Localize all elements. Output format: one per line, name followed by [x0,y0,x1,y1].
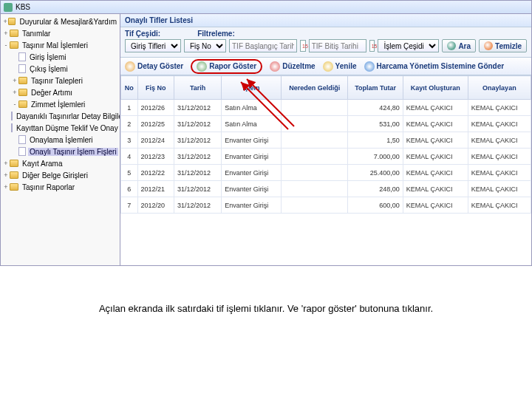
tree-node[interactable]: Onaylı Taşınır İşlem Fişleri [2,146,118,157]
tree-label: Onaylı Taşınır İşlem Fişleri [28,148,118,156]
tree-twisty-icon[interactable]: + [2,160,10,167]
page-icon [11,123,13,132]
tree-node[interactable]: Giriş İşlemi [2,51,118,63]
tree-node[interactable]: Çıkış İşlemi [2,63,118,75]
folder-icon [10,183,18,191]
table-body: 12012/2631/12/2012Satın Alma424,80KEMAL … [121,100,531,214]
folder-icon [10,171,18,179]
col-header[interactable]: No [121,76,138,100]
folder-icon [18,100,27,108]
search-button[interactable]: Ara [442,39,476,52]
select-tif-cesidi[interactable]: Giriş Tifleri [125,39,181,52]
folder-icon [18,89,27,96]
page-icon [18,64,26,73]
caption-text: Açılan ekranda ilk satırdaki tif işlemi … [0,303,532,314]
col-header[interactable]: Nereden Geldiği [282,76,348,100]
col-header[interactable]: Kayıt Oluşturan [403,76,468,100]
table-row[interactable]: 72012/2031/12/2012Envanter Girişi600,00K… [121,197,531,214]
detail-icon [125,61,135,72]
table-header-row: NoFiş NoTarihİşlemNereden GeldiğiToplam … [121,76,531,100]
clear-icon [484,41,493,50]
input-start-date[interactable] [229,39,297,52]
page-icon [18,147,26,156]
tree-node[interactable]: +Taşınır Talepleri [2,75,118,86]
page-icon [11,112,13,120]
fix-button[interactable]: Düzeltme [270,61,315,72]
report-icon [197,61,207,72]
folder-icon [10,30,18,37]
window-title: KBS [16,3,30,11]
table-row[interactable]: 12012/2631/12/2012Satın Alma424,80KEMAL … [121,100,531,116]
toolbar: Detay Göster Rapor Göster Düzeltme Yenil… [120,58,531,75]
calendar-end-icon[interactable] [369,40,375,52]
col-header[interactable]: Onaylayan [468,76,531,100]
col-header[interactable]: İşlem [222,76,282,100]
refresh-icon [323,61,333,72]
tree-node[interactable]: +Taşınır Raporlar [2,181,118,193]
tree-node[interactable]: +Duyurular & Mesajlar&Yardım [2,16,118,27]
panel-title: Onaylı Tifler Listesi [120,14,531,27]
app-window: KBS +Duyurular & Mesajlar&Yardım+Tanımla… [0,0,532,266]
tree-twisty-icon[interactable]: + [2,30,10,37]
tree-label: Kayıt Arama [21,160,64,168]
tree-label: Diğer Belge Girişleri [21,171,89,180]
tree-label: Kayıttan Düşme Teklif Ve Onay Tutanağı [15,124,120,132]
send-button[interactable]: Harcama Yönetim Sistemine Gönder [364,61,505,72]
tree-twisty-icon[interactable]: + [11,77,18,84]
input-end-date[interactable] [309,39,366,52]
tree-twisty-icon[interactable]: + [2,171,10,179]
table-row[interactable]: 62012/2131/12/2012Envanter Girişi248,00K… [121,181,531,197]
page-icon [18,135,26,144]
tree-label: Tanımlar [21,30,52,38]
nav-tree[interactable]: +Duyurular & Mesajlar&Yardım+Tanımlar-Ta… [1,14,120,265]
label-tif-cesidi: Tif Çeşidi: [125,30,160,38]
tree-twisty-icon[interactable]: + [2,18,8,25]
table-row[interactable]: 32012/2431/12/2012Envanter Girişi1,50KEM… [121,132,531,149]
data-grid[interactable]: NoFiş NoTarihİşlemNereden GeldiğiToplam … [120,75,531,265]
tree-label: Taşınır Raporlar [21,183,76,191]
calendar-start-icon[interactable] [300,40,306,52]
tree-label: Onaylama İşlemleri [28,136,95,144]
tree-label: Duyurular & Mesajlar&Yardım [18,18,118,26]
tree-twisty-icon[interactable]: - [11,100,18,108]
tree-twisty-icon[interactable]: - [2,41,10,49]
page-icon [18,52,26,61]
select-islem-cesidi[interactable]: İşlem Çeşidi [378,39,439,52]
select-fis-no[interactable]: Fiş No [184,39,226,52]
tree-label: Çıkış İşlemi [28,65,69,73]
tree-node[interactable]: Dayanıklı Taşınırlar Detay Bilgileri [2,110,118,122]
col-header[interactable]: Toplam Tutar [348,76,403,100]
tree-node[interactable]: +Kayıt Arama [2,157,118,169]
tree-node[interactable]: +Diğer Belge Girişleri [2,169,118,181]
tree-node[interactable]: -Zimmet İşlemleri [2,98,118,110]
main-panel: Onaylı Tifler Listesi Tif Çeşidi: Filtre… [120,14,531,265]
search-icon [447,41,456,50]
folder-icon [10,41,18,49]
tree-label: Dayanıklı Taşınırlar Detay Bilgileri [15,112,120,120]
table-row[interactable]: 52012/2231/12/2012Envanter Girişi25.400,… [121,165,531,181]
tree-node[interactable]: Onaylama İşlemleri [2,134,118,146]
tree-node[interactable]: +Tanımlar [2,27,118,39]
folder-icon [8,18,16,25]
table-row[interactable]: 42012/2331/12/2012Envanter Girişi7.000,0… [121,149,531,165]
detail-button[interactable]: Detay Göster [125,61,183,72]
tree-node[interactable]: +Değer Artımı [2,86,118,98]
table-row[interactable]: 22012/2531/12/2012Satın Alma531,00KEMAL … [121,116,531,132]
tree-node[interactable]: Kayıttan Düşme Teklif Ve Onay Tutanağı [2,122,118,134]
tree-twisty-icon[interactable]: + [11,89,18,96]
refresh-button[interactable]: Yenile [323,61,357,72]
tree-twisty-icon[interactable]: + [2,183,10,191]
report-button[interactable]: Rapor Göster [191,59,262,74]
col-header[interactable]: Fiş No [137,76,174,100]
folder-icon [10,160,18,167]
tree-label: Zimmet İşlemleri [30,100,86,109]
filter-bar: Tif Çeşidi: Filtreleme: Giriş Tifleri Fi… [120,27,531,58]
clear-button[interactable]: Temizle [479,39,527,52]
tree-node[interactable]: -Taşınır Mal İşlemleri [2,39,118,51]
tree-label: Taşınır Talepleri [30,77,84,85]
app-logo-icon [4,3,13,12]
col-header[interactable]: Tarih [174,76,221,100]
tree-label: Giriş İşlemi [28,53,67,61]
tree-label: Değer Artımı [30,89,74,97]
send-icon [364,61,375,72]
